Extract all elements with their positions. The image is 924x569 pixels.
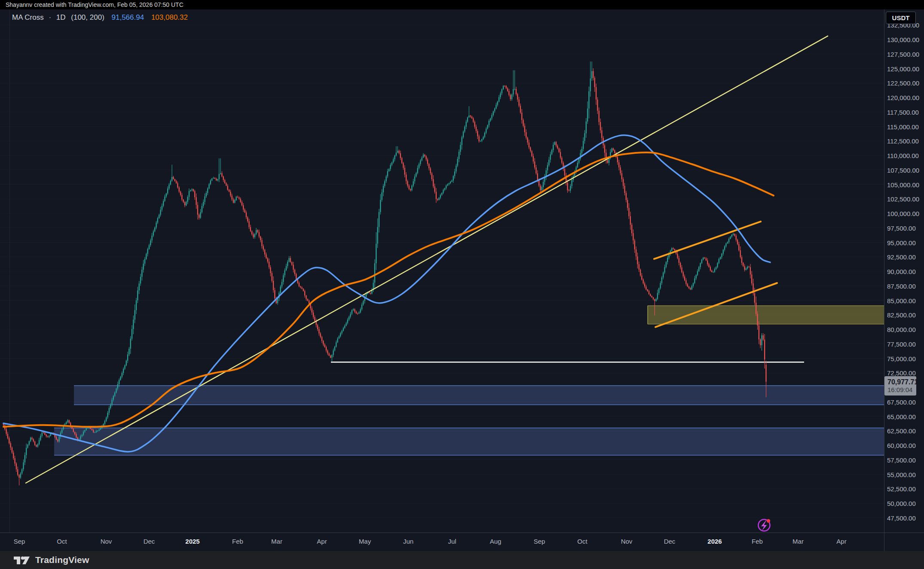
time-tick-label: Oct: [577, 538, 587, 545]
price-chart[interactable]: [0, 0, 924, 569]
time-tick-label: Apr: [317, 538, 327, 545]
price-tick-label: 127,500.00: [887, 50, 919, 58]
time-tick-label: Mar: [792, 538, 804, 545]
price-tick-label: 62,500.00: [887, 427, 916, 435]
price-tick-label: 112,500.00: [887, 137, 919, 145]
time-tick-label: Sep: [14, 538, 25, 545]
time-tick-label: Apr: [836, 538, 846, 545]
tradingview-logo-icon[interactable]: [13, 554, 31, 566]
price-tick-label: 110,000.00: [887, 152, 919, 159]
price-tick-label: 65,000.00: [887, 413, 916, 420]
time-tick-label: Sep: [534, 538, 545, 545]
price-tick-label: 115,000.00: [887, 123, 919, 130]
pane-left-guide: [9, 9, 10, 532]
ma100-value: 91,566.94: [112, 13, 144, 21]
price-tick-label: 107,500.00: [887, 166, 919, 173]
price-tick-label: 90,000.00: [887, 268, 916, 275]
indicator-params[interactable]: (100, 200): [71, 13, 104, 21]
time-tick-label: Nov: [101, 538, 112, 545]
ma200-value: 103,080.32: [151, 13, 188, 21]
price-tick-label: 67,500.00: [887, 398, 916, 405]
price-tick-label: 122,500.00: [887, 79, 919, 87]
legend-separator: ·: [49, 13, 51, 21]
price-tick-label: 82,500.00: [887, 311, 916, 319]
time-tick-label: 2026: [707, 538, 722, 545]
brand-name[interactable]: TradingView: [35, 555, 89, 565]
indicator-legend[interactable]: MA Cross · 1D (100, 200) 91,566.94 103,0…: [12, 13, 188, 22]
price-tick-label: 75,000.00: [887, 355, 916, 362]
price-tick-label: 97,500.00: [887, 224, 916, 231]
price-tick-label: 117,500.00: [887, 108, 919, 116]
time-tick-label: Jun: [403, 538, 413, 545]
chart-pane[interactable]: [0, 25, 884, 518]
candlestick-series[interactable]: [3, 61, 767, 485]
price-tick-label: 50,000.00: [887, 500, 916, 507]
currency-label: USDT: [892, 14, 910, 21]
time-tick-label: Aug: [490, 538, 502, 545]
indicator-interval[interactable]: 1D: [56, 13, 66, 21]
price-tick-label: 55,000.00: [887, 471, 916, 478]
attribution-bar: Shayannv created with TradingView.com, F…: [0, 0, 924, 9]
price-tick-label: 60,000.00: [887, 442, 916, 449]
time-tick-label: Mar: [271, 538, 282, 545]
time-tick-label: Dec: [664, 538, 676, 545]
support-zone-lower[interactable]: [54, 428, 884, 455]
price-tick-label: 125,000.00: [887, 65, 919, 72]
time-tick-label: Nov: [621, 538, 633, 545]
price-scale-border: [884, 9, 884, 551]
price-tick-label: 95,000.00: [887, 239, 916, 246]
price-tick-label: 120,000.00: [887, 94, 919, 101]
price-tick-label: 130,000.00: [887, 36, 919, 43]
time-tick-label: 2025: [185, 538, 199, 545]
time-tick-label: Oct: [57, 538, 67, 545]
attribution-text: Shayannv created with TradingView.com, F…: [6, 1, 184, 8]
price-tick-label: 85,000.00: [887, 297, 916, 304]
price-tick-label: 87,500.00: [887, 282, 916, 289]
lightning-event-icon[interactable]: [759, 519, 771, 531]
price-tick-label: 80,000.00: [887, 326, 916, 333]
price-tick-label: 92,500.00: [887, 253, 916, 261]
time-tick-label: Jul: [448, 538, 456, 545]
price-tick-label: 52,500.00: [887, 485, 916, 493]
time-scale-border: [0, 532, 924, 533]
price-tick-label: 100,000.00: [887, 210, 919, 217]
last-price-value: 70,977.71: [887, 378, 915, 386]
time-tick-label: Feb: [232, 538, 243, 545]
price-tick-label: 47,500.00: [887, 514, 916, 521]
price-tick-label: 105,000.00: [887, 181, 919, 188]
supply-zone-olive[interactable]: [648, 306, 884, 324]
time-tick-label: Dec: [144, 538, 155, 545]
time-tick-label: May: [359, 538, 371, 545]
price-tick-label: 57,500.00: [887, 456, 916, 463]
currency-toggle[interactable]: USDT: [886, 12, 916, 24]
price-tick-label: 72,500.00: [887, 369, 916, 377]
price-tick-label: 77,500.00: [887, 340, 916, 347]
bar-countdown: 16:09:04: [887, 386, 915, 394]
footer-bar: TradingView: [0, 551, 924, 569]
indicator-name[interactable]: MA Cross: [12, 13, 44, 21]
time-tick-label: Feb: [752, 538, 763, 545]
last-price-label[interactable]: 70,977.71 16:09:04: [884, 376, 916, 396]
price-tick-label: 102,500.00: [887, 195, 919, 203]
